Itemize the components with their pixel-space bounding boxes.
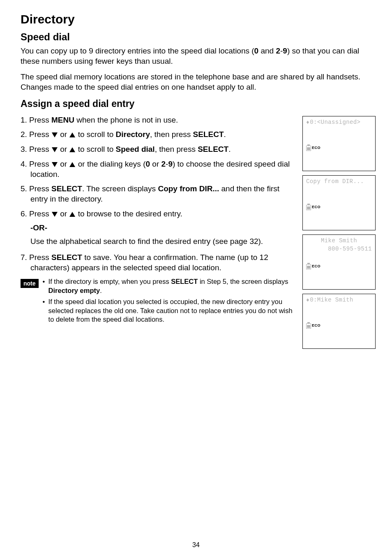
page-number: 34 [0, 541, 392, 549]
eco-label: ECO [312, 205, 321, 209]
intro-paragraph-2: The speed dial memory locations are stor… [21, 72, 376, 92]
note-item-1: If the directory is empty, when you pres… [43, 277, 294, 295]
down-arrow-icon [52, 147, 58, 152]
page-title: Directory [21, 12, 376, 26]
battery-icon [306, 263, 311, 269]
note-block: note If the directory is empty, when you… [21, 277, 294, 326]
battery-icon [306, 144, 311, 151]
eco-label: ECO [312, 146, 321, 150]
eco-label: ECO [312, 264, 321, 268]
battery-icon [306, 322, 311, 329]
screen-unassigned: ♦0:<Unassigned> ECO [302, 116, 376, 171]
screen-assigned: ♦0:Mike Smith ECO [302, 294, 376, 349]
battery-icon [306, 204, 311, 210]
down-arrow-icon [52, 212, 58, 217]
down-arrow-icon [52, 132, 58, 137]
screen-copy-from-dir: Copy from DIR... ECO [302, 175, 376, 230]
scroll-diamond-icon: ♦ [306, 120, 309, 125]
note-item-2: If the speed dial location you selected … [43, 297, 294, 324]
note-badge: note [21, 279, 39, 288]
up-arrow-icon [69, 132, 75, 137]
step-6-alt: Use the alphabetical search to find the … [30, 237, 294, 247]
up-arrow-icon [69, 147, 75, 152]
step-3: 3. Press or to scroll to Speed dial, the… [21, 144, 294, 155]
eco-label: ECO [312, 323, 321, 327]
up-arrow-icon [69, 162, 75, 167]
step-1: 1. Press MENU when the phone is not in u… [21, 115, 294, 125]
step-7: 7. Press SELECT to save. You hear a conf… [21, 253, 294, 273]
subsection-title: Assign a speed dial entry [21, 98, 376, 109]
section-title: Speed dial [21, 31, 376, 43]
screen-contact-entry: Mike Smith 800-595-9511 ECO [302, 234, 376, 290]
step-2: 2. Press or to scroll to Directory, then… [21, 130, 294, 140]
step-5: 5. Press SELECT. The screen displays Cop… [21, 184, 294, 204]
or-separator: -OR- [30, 223, 294, 232]
up-arrow-icon [69, 212, 75, 217]
step-6: 6. Press or to browse to the desired ent… [21, 209, 294, 219]
screens-column: ♦0:<Unassigned> ECO Copy from DIR... ECO… [302, 115, 376, 353]
instructions-column: 1. Press MENU when the phone is not in u… [21, 115, 302, 327]
step-4: 4. Press or or the dialing keys (0 or 2-… [21, 159, 294, 179]
scroll-diamond-icon: ♦ [306, 297, 309, 303]
down-arrow-icon [52, 162, 58, 167]
intro-paragraph-1: You can copy up to 9 directory entries i… [21, 46, 376, 66]
